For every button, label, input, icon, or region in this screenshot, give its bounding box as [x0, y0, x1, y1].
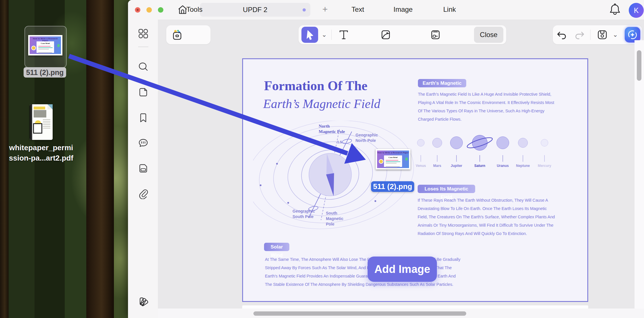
tab-title: UPDF 2 — [200, 3, 310, 17]
pdf-label-line1: whitepaper_permi — [9, 143, 73, 152]
undo-icon[interactable] — [556, 29, 567, 40]
png-artwork-card: Case Brief — [384, 155, 402, 167]
badge-circle-icon — [31, 46, 36, 50]
planet-label-saturn: Saturn — [470, 164, 490, 168]
pdf-art-sketch — [33, 123, 42, 134]
planet-uranus — [496, 136, 509, 149]
label-south-magnetic-pole: SouthMagneticPole — [326, 211, 343, 227]
vertical-scrollbar-thumb[interactable] — [637, 50, 641, 81]
page-thumbnail-icon[interactable] — [138, 87, 149, 98]
save-icon[interactable] — [597, 29, 608, 41]
body-text: Charged Particle Flows. — [418, 117, 462, 122]
save-options-chevron-icon[interactable]: ⌄ — [613, 25, 618, 44]
tools-button[interactable]: Tools — [186, 0, 202, 19]
desktop-file-pdf-label[interactable]: whitepaper_permi ssion-pa...art2.pdf — [1, 142, 81, 163]
text-tool-button[interactable]: Text — [351, 0, 364, 19]
label-north-magnetic-pole: NorthMagnetic Pole — [319, 124, 345, 134]
planet-label-mercury: Mercury — [534, 164, 555, 168]
pdf-art-header — [34, 107, 45, 109]
organize-pages-icon[interactable] — [138, 163, 149, 174]
section-badge-loses-field: Loses Its Magnetic Field — [418, 185, 475, 193]
swatches-palette-icon[interactable] — [138, 296, 149, 307]
cursor-arrow-icon — [301, 27, 318, 43]
doc-title-line1: Formation Of The — [264, 78, 367, 93]
png-artwork-card: Case Brief — [37, 41, 54, 53]
planet-mercury — [541, 139, 548, 147]
pdf-spine — [30, 104, 32, 140]
image-tool-button[interactable]: Image — [393, 0, 413, 19]
new-tab-button[interactable]: + — [319, 2, 331, 16]
planet-label-neptune: Neptune — [513, 164, 533, 168]
desktop-file-png-thumbnail[interactable]: How to Write a Research Paper Case Brief — [28, 35, 62, 55]
avatar-initial: K — [634, 6, 639, 14]
body-text: If These Rays Reach The Earth Without Ob… — [418, 198, 548, 203]
planet-neptune — [518, 138, 528, 148]
png-artwork-title: How to Write a Research Paper — [30, 38, 61, 42]
section-badge-solar-wind: Solar Wind — [264, 243, 289, 251]
redo-icon[interactable] — [574, 29, 585, 40]
label-geographic-north-pole: GeographicNorth Pole — [356, 132, 378, 143]
horizontal-scrollbar-thumb[interactable] — [253, 311, 466, 316]
planet-label-mars: Mars — [427, 164, 447, 168]
unsaved-dot-icon — [303, 8, 306, 11]
saturn-ring — [465, 134, 494, 151]
planet-label-uranus: Uranus — [493, 164, 513, 168]
drag-filename-label: 511 (2).png — [371, 181, 414, 192]
body-text: The Stable Existence Of The Atmosphere B… — [265, 282, 453, 287]
drag-preview-thumbnail[interactable]: How to Write a Research Paper Case Brief — [376, 149, 410, 169]
png-artwork: How to Write a Research Paper Case Brief — [377, 151, 409, 168]
label-axis-angle: 1.5 — [337, 140, 342, 145]
attachment-paperclip-icon[interactable] — [138, 188, 149, 199]
select-tool-button[interactable] — [301, 27, 318, 43]
close-edit-mode-button[interactable]: Close — [474, 27, 503, 43]
sidebar-divider — [138, 47, 148, 47]
tree-trunk — [86, 0, 114, 318]
label-geographic-south-pole: GeographicSouth Pole — [293, 209, 315, 219]
image-tool-icon[interactable] — [380, 29, 391, 40]
section-badge-earths-magnetic: Earth's Magnetic — [418, 79, 466, 87]
body-text: The Earth's Magnetic Field Is Like A Hug… — [418, 92, 551, 97]
notifications-bell-icon[interactable] — [609, 3, 621, 16]
png-artwork: How to Write a Research Paper Case Brief — [30, 36, 61, 54]
select-tool-chevron-icon[interactable]: ⌄ — [322, 25, 327, 44]
body-text: Field, The Creatures On The Earth's Surf… — [418, 215, 555, 219]
body-text: Playing A Vital Role In The Cosmic Envir… — [418, 100, 554, 105]
planet-jupiter — [450, 136, 463, 149]
account-avatar[interactable]: K — [629, 3, 644, 18]
body-text: Animals Or Tiny Microorganisms, Will Fin… — [418, 223, 553, 228]
document-tab[interactable]: UPDF 2 — [200, 3, 310, 17]
desktop-file-pdf-icon[interactable] — [30, 104, 53, 140]
thumbnails-grid-icon[interactable] — [138, 28, 149, 39]
png-card-title: Case Brief — [384, 156, 402, 159]
planet-mars — [432, 138, 442, 148]
comments-icon[interactable] — [138, 138, 149, 149]
toolbar-separator — [590, 30, 591, 40]
body-text: Of The Various Types Of Rays in The Univ… — [418, 109, 544, 113]
toolbar-separator — [331, 30, 332, 40]
body-text: Radiation Of Strong Rays And Will Quickl… — [418, 231, 527, 236]
pdf-label-line2: ssion-pa...art2.pdf — [9, 154, 73, 162]
bookmark-icon[interactable] — [138, 112, 149, 123]
png-artwork-title: How to Write a Research Paper — [377, 152, 409, 154]
link-tool-button[interactable]: Link — [443, 0, 456, 19]
tools-icon[interactable] — [171, 29, 183, 41]
zoom-window-button[interactable] — [158, 7, 163, 13]
planet-label-jupiter: Jupiter — [446, 164, 467, 168]
leaf-icon — [57, 44, 60, 47]
desktop-file-png-label[interactable]: 511 (2).png — [24, 67, 66, 78]
png-card-title: Case Brief — [37, 42, 54, 45]
close-window-button[interactable] — [135, 7, 140, 13]
body-text: Devastating Blow To Life On Earth. Once … — [418, 206, 547, 211]
pdf-art-photo — [34, 110, 46, 117]
search-icon[interactable] — [138, 61, 149, 72]
link-tool-icon[interactable] — [430, 29, 441, 40]
add-image-tooltip-button[interactable]: Add Image — [368, 257, 437, 282]
badge-circle-icon — [379, 159, 383, 164]
text-tool-icon[interactable] — [338, 29, 349, 40]
doc-title-line2: Earth’s Magnetic Field — [263, 97, 380, 111]
pdf-fold-corner — [47, 104, 53, 109]
minimize-window-button[interactable] — [146, 7, 152, 13]
leaf-icon — [405, 157, 408, 161]
screen: How to Write a Research Paper Case Brief… — [0, 0, 644, 318]
